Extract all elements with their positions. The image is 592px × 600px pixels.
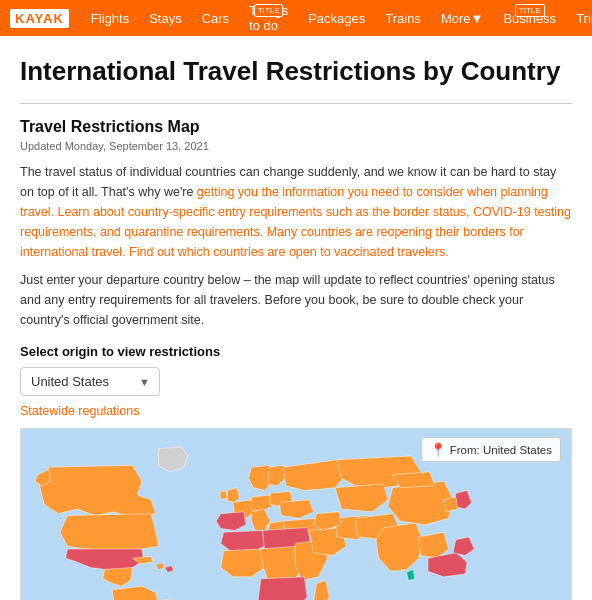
nav-stays[interactable]: Stays: [139, 0, 192, 36]
kayak-logo[interactable]: KAYAK: [10, 9, 69, 28]
navigation: KAYAK Flights Stays Cars TITLE Things to…: [0, 0, 592, 36]
nav-trips[interactable]: Trips: [566, 0, 592, 36]
map-from-label: 📍 From: United States: [421, 437, 561, 462]
world-map: 📍 From: United States: [20, 428, 572, 600]
things-to-do-badge: TITLE: [254, 4, 284, 17]
statewide-link[interactable]: Statewide regulations: [20, 404, 572, 418]
nav-business[interactable]: TITLE Business: [493, 0, 566, 36]
pin-icon: 📍: [430, 442, 446, 457]
updated-date: Updated Monday, September 13, 2021: [20, 140, 572, 152]
country-select-wrapper: United States Canada United Kingdom Aust…: [20, 367, 160, 396]
main-content: International Travel Restrictions by Cou…: [0, 36, 592, 600]
country-select[interactable]: United States Canada United Kingdom Aust…: [20, 367, 160, 396]
nav-things-to-do[interactable]: TITLE Things to do: [239, 0, 298, 36]
select-label: Select origin to view restrictions: [20, 344, 572, 359]
description-2: Just enter your departure country below …: [20, 270, 572, 330]
business-badge: TITLE: [515, 4, 545, 17]
nav-more[interactable]: More ▼: [431, 0, 494, 36]
section-title: Travel Restrictions Map: [20, 118, 572, 136]
nav-cars[interactable]: Cars: [192, 0, 239, 36]
nav-packages[interactable]: Packages: [298, 0, 375, 36]
description-1: The travel status of individual countrie…: [20, 162, 572, 262]
nav-flights[interactable]: Flights: [81, 0, 139, 36]
nav-links: Flights Stays Cars TITLE Things to do Pa…: [81, 0, 494, 36]
nav-trains[interactable]: Trains: [375, 0, 431, 36]
page-title: International Travel Restrictions by Cou…: [20, 56, 572, 87]
nav-right: TITLE Business Trips Sign in: [493, 0, 592, 36]
divider: [20, 103, 572, 104]
